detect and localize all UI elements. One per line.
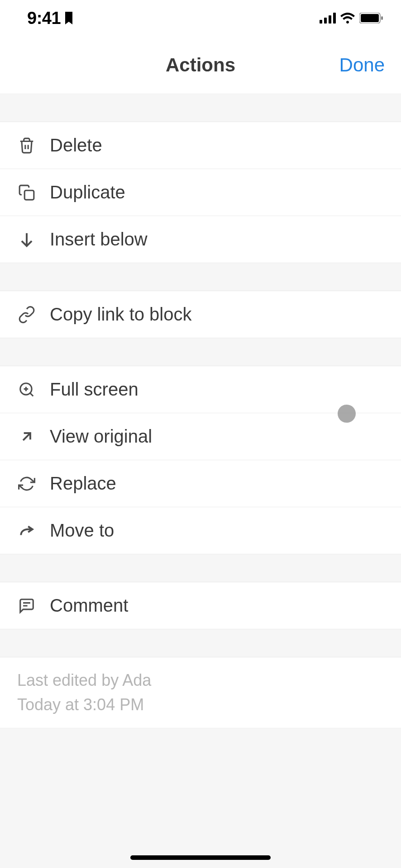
duplicate-action[interactable]: Duplicate — [0, 169, 401, 216]
refresh-icon — [18, 475, 35, 492]
nav-bar: Actions Done — [0, 36, 401, 94]
action-label: Comment — [50, 595, 128, 616]
action-label: Replace — [50, 473, 116, 494]
battery-icon — [359, 13, 383, 24]
signal-icon — [320, 13, 336, 24]
bookmark-icon — [64, 12, 73, 24]
svg-rect-1 — [324, 18, 327, 24]
move-to-action[interactable]: Move to — [0, 507, 401, 554]
meta-section: Last edited by Ada Today at 3:04 PM — [0, 657, 401, 728]
action-label: Full screen — [50, 379, 138, 400]
svg-rect-5 — [361, 14, 379, 22]
status-right — [320, 13, 383, 24]
copy-link-action[interactable]: Copy link to block — [0, 291, 401, 338]
status-bar: 9:41 — [0, 0, 401, 36]
section-gap — [0, 94, 401, 122]
comment-icon — [18, 597, 35, 614]
delete-action[interactable]: Delete — [0, 122, 401, 169]
action-label: Copy link to block — [50, 304, 191, 325]
svg-rect-6 — [381, 16, 383, 20]
svg-rect-0 — [320, 20, 322, 24]
arrow-turn-right-icon — [18, 522, 35, 539]
section-gap — [0, 263, 401, 291]
action-label: Duplicate — [50, 182, 125, 203]
done-button[interactable]: Done — [339, 54, 385, 76]
action-label: Move to — [50, 520, 114, 541]
trash-icon — [18, 137, 35, 154]
action-label: Delete — [50, 135, 102, 156]
home-indicator[interactable] — [130, 855, 271, 860]
action-label: View original — [50, 426, 152, 447]
section-gap — [0, 629, 401, 657]
last-edited-at: Today at 3:04 PM — [17, 693, 384, 717]
section-gap — [0, 554, 401, 582]
arrow-up-right-icon — [18, 428, 35, 445]
comment-action[interactable]: Comment — [0, 582, 401, 629]
zoom-in-icon — [18, 381, 35, 398]
svg-rect-2 — [329, 15, 331, 24]
touch-indicator — [338, 405, 356, 423]
page-title: Actions — [166, 54, 235, 76]
action-label: Insert below — [50, 229, 148, 250]
copy-icon — [18, 184, 35, 201]
replace-action[interactable]: Replace — [0, 460, 401, 507]
svg-rect-3 — [333, 13, 336, 24]
insert-below-action[interactable]: Insert below — [0, 216, 401, 263]
wifi-icon — [340, 13, 355, 24]
arrow-down-icon — [18, 231, 35, 248]
status-left: 9:41 — [27, 9, 73, 28]
svg-rect-7 — [24, 190, 34, 200]
section-gap — [0, 338, 401, 366]
link-icon — [18, 306, 35, 323]
last-edited-by: Last edited by Ada — [17, 668, 384, 693]
status-time: 9:41 — [27, 9, 61, 28]
